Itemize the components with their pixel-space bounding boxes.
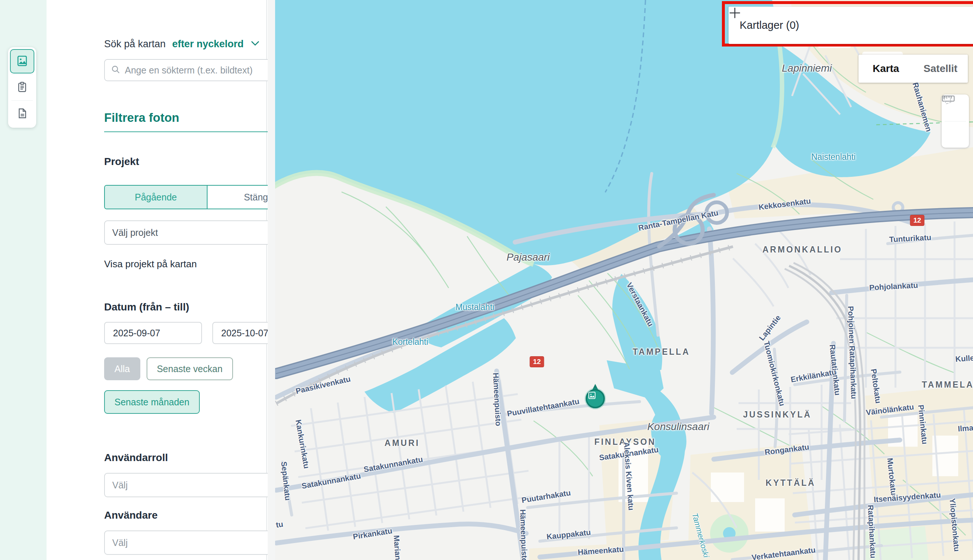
map-label: Pohjolankatu <box>869 281 918 292</box>
map-label: Tammerkoski <box>690 512 711 558</box>
map-label: Pinninkatu <box>916 404 929 445</box>
annotation-highlight-box: Kartlager (0) <box>722 1 973 47</box>
map-label: ARMONKALLIO <box>763 245 842 255</box>
map-label: Kekkosenkatu <box>758 197 811 212</box>
map-label: JUSSINKYLÄ <box>743 410 812 420</box>
map-tools-panel <box>941 95 969 148</box>
map-label: Paasikivenkatu <box>295 374 351 396</box>
map-label: Sepänkatu <box>280 461 292 501</box>
user-placeholder: Välj <box>112 537 289 548</box>
map-canvas[interactable]: LapinniemiRauhaniemenNaistenlahtiKekkose… <box>275 0 973 560</box>
map-type-satellite-button[interactable]: Satellit <box>913 63 968 75</box>
user-role-label: Användarroll <box>104 452 168 463</box>
map-label: Naistenlahti <box>811 152 856 162</box>
search-mode-dropdown[interactable]: efter nyckelord <box>172 38 244 50</box>
map-label: Yliopistonkatu <box>948 498 961 552</box>
map-label: Rauhaniemen <box>911 82 933 133</box>
user-label: Användare <box>104 510 158 521</box>
project-label: Projekt <box>104 156 139 168</box>
map-label: AMURI <box>384 438 419 448</box>
map-label: KYTTÄLÄ <box>766 478 815 488</box>
clipboard-icon <box>16 81 28 94</box>
map-label: Satakunnankatu <box>363 455 424 474</box>
map-label: Tunturikatu <box>889 233 931 244</box>
user-role-placeholder: Välj <box>112 480 289 491</box>
map-labels: LapinniemiRauhaniemenNaistenlahtiKekkose… <box>275 0 973 560</box>
photo-map-marker[interactable] <box>586 389 605 408</box>
map-label: Satakunnankatu <box>301 472 362 491</box>
map-label: Lapintie <box>757 313 783 342</box>
search-mode-row: Sök på kartan efter nyckelord <box>104 38 260 50</box>
date-from-input[interactable]: 2025-09-07 <box>104 322 202 344</box>
document-icon <box>16 107 28 120</box>
map-label: 12 <box>529 356 544 367</box>
date-all-button[interactable]: Alla <box>104 357 140 380</box>
map-label: Erkkilänkatu <box>790 367 837 384</box>
show-projects-label: Visa projekt på kartan <box>104 258 197 270</box>
map-layers-title: Kartlager (0) <box>739 19 973 32</box>
map-label: Puutarhakatu <box>521 488 571 505</box>
map-label: Verstaankatu <box>625 281 656 328</box>
left-icon-rail <box>0 0 47 560</box>
map-label: Hämeenpuisto <box>491 372 503 427</box>
map-label: Verkatehtaankatu <box>751 545 816 560</box>
rail-button-group <box>8 47 36 128</box>
map-label: Itsenäisyydenkatu <box>873 491 941 504</box>
map-label: Pajasaari <box>507 252 550 263</box>
map-label: Puuvillatehtaankatu <box>506 397 580 418</box>
date-range-label: Datum (från – till) <box>104 301 189 313</box>
map-label: Ilmar <box>958 423 973 433</box>
map-label: Tuomiokirkonkatu <box>762 340 787 407</box>
map-label: Murtokatu <box>886 457 898 495</box>
sidebar-gutter <box>268 0 275 560</box>
map-label: Kortelahti <box>392 337 428 347</box>
date-last-week-button[interactable]: Senaste veckan <box>147 357 233 380</box>
chevron-down-icon[interactable] <box>251 38 260 49</box>
divider <box>12 100 33 101</box>
filter-sidebar: Sök på kartan efter nyckelord Filtrera f… <box>47 0 267 560</box>
app-window: Sök på kartan efter nyckelord Filtrera f… <box>0 0 973 560</box>
map-label: Pohjoinen Ratapihankatu <box>846 306 858 399</box>
image-icon <box>16 55 28 68</box>
map-label: Rongankatu <box>764 443 809 457</box>
map-label: Lapinniemi <box>782 62 831 74</box>
map-label: Kankurinkatu <box>294 419 311 469</box>
search-icon <box>111 65 120 76</box>
map-label: Hämeenpuisto <box>518 509 529 560</box>
map-label: Väinölänkatu <box>866 402 915 417</box>
map-layers-panel[interactable]: Kartlager (0) <box>729 7 973 44</box>
map-label: Ranta-Tampellan Katu <box>638 208 719 233</box>
photo-marker-icon <box>586 389 605 408</box>
nav-documents-button[interactable] <box>10 102 34 126</box>
map-label: 12 <box>910 215 924 226</box>
map-label: Hämeenkatu <box>577 545 624 557</box>
map-label: TAMPELLA <box>633 347 690 357</box>
map-label: TAMMELA <box>922 380 973 390</box>
map-label: Ratapihankatu <box>866 505 878 558</box>
map-label: tu <box>275 520 284 530</box>
map-label: Kauppakatu <box>546 528 591 541</box>
divider <box>12 74 33 75</box>
map-label: Mariankatu <box>392 535 404 560</box>
date-last-month-button[interactable]: Senaste månaden <box>104 390 200 414</box>
filter-title: Filtrera foton <box>104 111 179 125</box>
map-label: Kuller <box>955 353 973 363</box>
project-ongoing-tab[interactable]: Pågående <box>105 186 207 208</box>
nav-reports-button[interactable] <box>10 75 34 100</box>
map-label: Pirkankatu <box>352 527 393 542</box>
map-label: Konsulinsaari <box>647 421 709 433</box>
nav-photos-button[interactable] <box>10 49 34 73</box>
draw-area-button[interactable] <box>941 122 969 148</box>
search-on-map-label: Sök på kartan <box>104 38 166 50</box>
map-label: Mustalahti <box>456 302 494 312</box>
map-type-map-button[interactable]: Karta <box>858 63 913 75</box>
map-label: Peltokatu <box>869 368 883 404</box>
project-select-placeholder: Välj projekt <box>112 227 289 238</box>
map-type-control: Karta Satellit <box>858 55 968 83</box>
